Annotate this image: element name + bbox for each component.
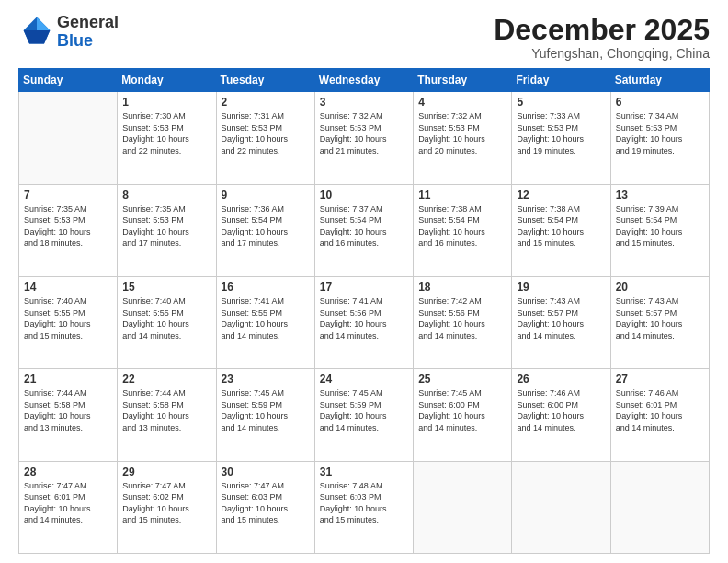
calendar-cell (414, 461, 512, 553)
day-number: 5 (517, 96, 605, 109)
col-monday: Monday (118, 69, 216, 92)
day-info: Sunrise: 7:38 AM Sunset: 5:54 PM Dayligh… (418, 203, 506, 249)
day-info: Sunrise: 7:47 AM Sunset: 6:03 PM Dayligh… (222, 480, 310, 526)
logo-icon (22, 16, 51, 45)
calendar-cell: 26Sunrise: 7:46 AM Sunset: 6:00 PM Dayli… (512, 369, 610, 461)
svg-marker-2 (24, 30, 51, 43)
day-number: 8 (122, 189, 210, 201)
week-row-3: 14Sunrise: 7:40 AM Sunset: 5:55 PM Dayli… (19, 276, 710, 368)
day-number: 14 (24, 281, 112, 293)
day-number: 11 (418, 189, 506, 201)
week-row-1: 1Sunrise: 7:30 AM Sunset: 5:53 PM Daylig… (19, 92, 710, 184)
calendar-cell: 13Sunrise: 7:39 AM Sunset: 5:54 PM Dayli… (610, 184, 709, 276)
calendar-cell: 25Sunrise: 7:45 AM Sunset: 6:00 PM Dayli… (414, 369, 512, 461)
day-info: Sunrise: 7:43 AM Sunset: 5:57 PM Dayligh… (517, 295, 605, 341)
day-number: 21 (24, 373, 112, 385)
month-title: December 2025 (494, 14, 710, 46)
day-info: Sunrise: 7:45 AM Sunset: 5:59 PM Dayligh… (222, 387, 310, 433)
day-number: 2 (222, 96, 310, 109)
calendar-cell: 3Sunrise: 7:32 AM Sunset: 5:53 PM Daylig… (314, 92, 413, 184)
day-info: Sunrise: 7:31 AM Sunset: 5:53 PM Dayligh… (222, 110, 310, 156)
day-number: 24 (320, 373, 408, 385)
calendar-cell (610, 461, 709, 553)
svg-marker-1 (37, 17, 50, 29)
day-number: 13 (616, 189, 704, 201)
day-number: 9 (222, 189, 310, 201)
day-info: Sunrise: 7:46 AM Sunset: 6:01 PM Dayligh… (616, 387, 704, 433)
day-info: Sunrise: 7:35 AM Sunset: 5:53 PM Dayligh… (122, 203, 210, 249)
day-info: Sunrise: 7:35 AM Sunset: 5:53 PM Dayligh… (24, 203, 112, 249)
calendar-cell: 19Sunrise: 7:43 AM Sunset: 5:57 PM Dayli… (512, 276, 610, 368)
day-info: Sunrise: 7:38 AM Sunset: 5:54 PM Dayligh… (517, 203, 605, 249)
calendar-cell: 2Sunrise: 7:31 AM Sunset: 5:53 PM Daylig… (216, 92, 314, 184)
day-number: 19 (517, 281, 605, 293)
col-thursday: Thursday (414, 69, 512, 92)
day-info: Sunrise: 7:33 AM Sunset: 5:53 PM Dayligh… (517, 110, 605, 156)
day-number: 4 (418, 96, 506, 109)
calendar-cell: 7Sunrise: 7:35 AM Sunset: 5:53 PM Daylig… (19, 184, 118, 276)
day-number: 26 (517, 373, 605, 385)
calendar-cell: 12Sunrise: 7:38 AM Sunset: 5:54 PM Dayli… (512, 184, 610, 276)
col-sunday: Sunday (19, 69, 118, 92)
week-row-2: 7Sunrise: 7:35 AM Sunset: 5:53 PM Daylig… (19, 184, 710, 276)
calendar-cell: 14Sunrise: 7:40 AM Sunset: 5:55 PM Dayli… (19, 276, 118, 368)
calendar-header-row: Sunday Monday Tuesday Wednesday Thursday… (19, 69, 710, 92)
day-number: 18 (418, 281, 506, 293)
day-info: Sunrise: 7:40 AM Sunset: 5:55 PM Dayligh… (122, 295, 210, 341)
week-row-4: 21Sunrise: 7:44 AM Sunset: 5:58 PM Dayli… (19, 369, 710, 461)
calendar-cell: 31Sunrise: 7:48 AM Sunset: 6:03 PM Dayli… (314, 461, 413, 553)
day-info: Sunrise: 7:34 AM Sunset: 5:53 PM Dayligh… (616, 110, 704, 156)
calendar-cell: 16Sunrise: 7:41 AM Sunset: 5:55 PM Dayli… (216, 276, 314, 368)
day-info: Sunrise: 7:46 AM Sunset: 6:00 PM Dayligh… (517, 387, 605, 433)
day-number: 23 (222, 373, 310, 385)
day-info: Sunrise: 7:39 AM Sunset: 5:54 PM Dayligh… (616, 203, 704, 249)
day-info: Sunrise: 7:40 AM Sunset: 5:55 PM Dayligh… (24, 295, 112, 341)
day-number: 30 (222, 465, 310, 478)
header: General Blue December 2025 Yufengshan, C… (18, 14, 710, 61)
calendar-cell (19, 92, 118, 184)
day-info: Sunrise: 7:44 AM Sunset: 5:58 PM Dayligh… (24, 387, 112, 433)
col-saturday: Saturday (610, 69, 709, 92)
calendar-table: Sunday Monday Tuesday Wednesday Thursday… (18, 68, 710, 554)
day-number: 10 (320, 189, 408, 201)
week-row-5: 28Sunrise: 7:47 AM Sunset: 6:01 PM Dayli… (19, 461, 710, 553)
calendar-cell: 8Sunrise: 7:35 AM Sunset: 5:53 PM Daylig… (118, 184, 216, 276)
calendar-cell: 9Sunrise: 7:36 AM Sunset: 5:54 PM Daylig… (216, 184, 314, 276)
day-number: 25 (418, 373, 506, 385)
day-number: 3 (320, 96, 408, 109)
day-number: 22 (122, 373, 210, 385)
calendar-cell: 18Sunrise: 7:42 AM Sunset: 5:56 PM Dayli… (414, 276, 512, 368)
calendar-cell: 23Sunrise: 7:45 AM Sunset: 5:59 PM Dayli… (216, 369, 314, 461)
day-number: 16 (222, 281, 310, 293)
day-info: Sunrise: 7:32 AM Sunset: 5:53 PM Dayligh… (418, 110, 506, 156)
day-info: Sunrise: 7:42 AM Sunset: 5:56 PM Dayligh… (418, 295, 506, 341)
calendar-cell: 15Sunrise: 7:40 AM Sunset: 5:55 PM Dayli… (118, 276, 216, 368)
day-info: Sunrise: 7:47 AM Sunset: 6:02 PM Dayligh… (122, 480, 210, 526)
day-info: Sunrise: 7:45 AM Sunset: 6:00 PM Dayligh… (418, 387, 506, 433)
day-number: 12 (517, 189, 605, 201)
calendar-cell (512, 461, 610, 553)
logo: General Blue (18, 14, 119, 51)
day-info: Sunrise: 7:45 AM Sunset: 5:59 PM Dayligh… (320, 387, 408, 433)
day-info: Sunrise: 7:32 AM Sunset: 5:53 PM Dayligh… (320, 110, 408, 156)
calendar-cell: 11Sunrise: 7:38 AM Sunset: 5:54 PM Dayli… (414, 184, 512, 276)
calendar-cell: 17Sunrise: 7:41 AM Sunset: 5:56 PM Dayli… (314, 276, 413, 368)
col-tuesday: Tuesday (216, 69, 314, 92)
col-friday: Friday (512, 69, 610, 92)
day-number: 7 (24, 189, 112, 201)
day-info: Sunrise: 7:30 AM Sunset: 5:53 PM Dayligh… (122, 110, 210, 156)
calendar-cell: 30Sunrise: 7:47 AM Sunset: 6:03 PM Dayli… (216, 461, 314, 553)
day-number: 15 (122, 281, 210, 293)
day-number: 17 (320, 281, 408, 293)
calendar-cell: 1Sunrise: 7:30 AM Sunset: 5:53 PM Daylig… (118, 92, 216, 184)
day-number: 1 (122, 96, 210, 109)
day-info: Sunrise: 7:37 AM Sunset: 5:54 PM Dayligh… (320, 203, 408, 249)
day-info: Sunrise: 7:41 AM Sunset: 5:55 PM Dayligh… (222, 295, 310, 341)
col-wednesday: Wednesday (314, 69, 413, 92)
title-block: December 2025 Yufengshan, Chongqing, Chi… (494, 14, 710, 61)
day-number: 6 (616, 96, 704, 109)
day-info: Sunrise: 7:41 AM Sunset: 5:56 PM Dayligh… (320, 295, 408, 341)
calendar-cell: 22Sunrise: 7:44 AM Sunset: 5:58 PM Dayli… (118, 369, 216, 461)
day-info: Sunrise: 7:36 AM Sunset: 5:54 PM Dayligh… (222, 203, 310, 249)
day-number: 27 (616, 373, 704, 385)
